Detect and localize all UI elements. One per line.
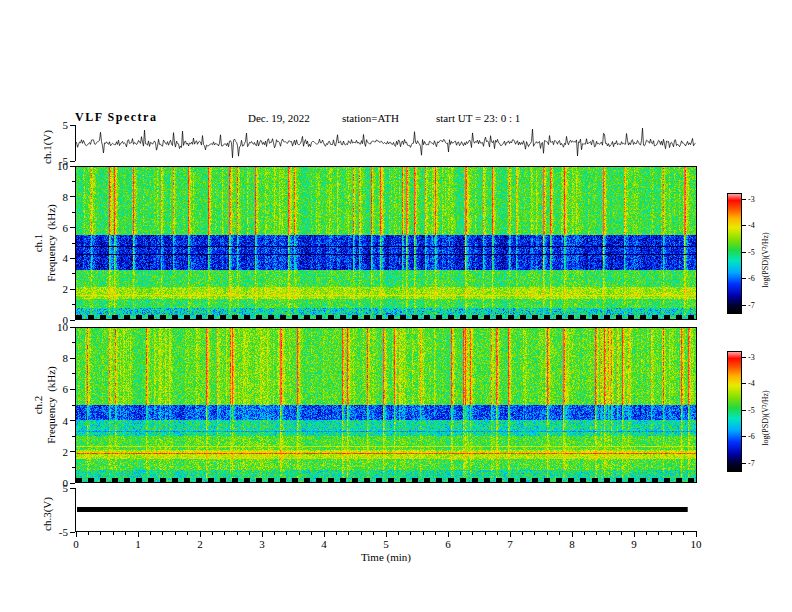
- ch1-spec-y-tick: [70, 289, 75, 290]
- ch1-wave-y-tick-label: 5: [44, 119, 68, 131]
- colorbar-ch1: [727, 193, 742, 314]
- ch2-spectrogram-panel: [75, 327, 697, 483]
- x-axis-minor-tick: [460, 532, 461, 535]
- x-axis-minor-tick: [274, 532, 275, 535]
- x-axis-tick-label: 10: [686, 538, 706, 550]
- colorbar-ch1-tick-label: -4: [748, 221, 755, 230]
- x-axis-minor-tick: [621, 532, 622, 535]
- x-axis-minor-tick: [609, 532, 610, 535]
- x-axis-tick-label: 9: [624, 538, 644, 550]
- colorbar-ch2-tick: [742, 410, 746, 411]
- colorbar-ch1-tick-label: -6: [748, 274, 755, 283]
- figure-date: Dec. 19, 2022: [248, 112, 310, 124]
- x-axis-minor-tick: [410, 532, 411, 535]
- x-axis-minor-tick: [522, 532, 523, 535]
- x-axis-minor-tick: [336, 532, 337, 535]
- ch1-spectrogram-panel: [75, 166, 697, 320]
- colorbar-ch2-tick: [742, 357, 746, 358]
- ch2-spec-y-minor-tick: [72, 373, 75, 374]
- x-axis-minor-tick: [175, 532, 176, 535]
- x-axis-major-tick: [386, 532, 387, 537]
- x-axis-minor-tick: [150, 532, 151, 535]
- ch2-spec-y-tick-label: 4: [44, 415, 68, 427]
- ch2-spectrogram-canvas: [76, 328, 696, 482]
- x-axis-minor-tick: [88, 532, 89, 535]
- figure-station: station=ATH: [342, 112, 399, 124]
- ch2-spec-y-tick: [70, 389, 75, 390]
- ch1-spec-y-tick-label: 10: [44, 160, 68, 172]
- ch1-spec-y-minor-tick: [72, 181, 75, 182]
- x-axis-minor-tick: [311, 532, 312, 535]
- ch1-spectrogram-canvas: [76, 167, 696, 319]
- x-axis-major-tick: [572, 532, 573, 537]
- ch1-waveform-canvas: [76, 125, 696, 161]
- x-axis-minor-tick: [162, 532, 163, 535]
- ch1-spec-y-minor-tick: [72, 304, 75, 305]
- x-axis-minor-tick: [584, 532, 585, 535]
- ch2-spec-y-tick: [70, 327, 75, 328]
- ch1-wave-y-tick: [70, 161, 75, 162]
- x-axis-major-tick: [510, 532, 511, 537]
- x-axis-tick-label: 3: [252, 538, 272, 550]
- x-axis-minor-tick: [212, 532, 213, 535]
- ch2-spec-y-tick-label: 8: [44, 352, 68, 364]
- ch2-spec-y-tick-label: 10: [44, 321, 68, 333]
- colorbar-ch1-tick-label: -7: [748, 301, 755, 310]
- x-axis-minor-tick: [125, 532, 126, 535]
- x-axis-major-tick: [262, 532, 263, 537]
- colorbar-ch2-tick-label: -5: [748, 406, 755, 415]
- x-axis-major-tick: [634, 532, 635, 537]
- x-axis-minor-tick: [485, 532, 486, 535]
- x-axis-minor-tick: [534, 532, 535, 535]
- ch1-wave-y-tick: [70, 125, 75, 126]
- colorbar-ch1-canvas: [728, 194, 741, 313]
- ch3-wave-y-tick-label: -5: [44, 526, 68, 538]
- colorbar-ch1-tick: [742, 225, 746, 226]
- x-axis-minor-tick: [559, 532, 560, 535]
- vlf-spectra-figure: VLF Spectra Dec. 19, 2022 station=ATH st…: [0, 0, 792, 612]
- colorbar-ch1-tick: [742, 252, 746, 253]
- x-axis-tick-label: 8: [562, 538, 582, 550]
- ch1-spec-y-minor-tick: [72, 243, 75, 244]
- ch2-spec-y-minor-tick: [72, 467, 75, 468]
- colorbar-ch2-tick-label: -6: [748, 432, 755, 441]
- ch1-spec-y-tick-label: 8: [44, 191, 68, 203]
- x-axis-minor-tick: [646, 532, 647, 535]
- colorbar-ch2-tick-label: -7: [748, 459, 755, 468]
- x-axis-tick-label: 7: [500, 538, 520, 550]
- x-axis-minor-tick: [224, 532, 225, 535]
- figure-title: VLF Spectra: [75, 110, 157, 125]
- ch1-spec-y-tick-label: 6: [44, 222, 68, 234]
- x-axis-major-tick: [200, 532, 201, 537]
- ch1-spec-y-minor-tick: [72, 212, 75, 213]
- ch3-waveform-panel: [75, 488, 697, 532]
- x-axis-major-tick: [76, 532, 77, 537]
- x-axis-minor-tick: [113, 532, 114, 535]
- ch2-spec-y-minor-tick: [72, 405, 75, 406]
- ch2-spec-y-tick: [70, 451, 75, 452]
- colorbar-ch2-tick: [742, 383, 746, 384]
- x-axis-minor-tick: [373, 532, 374, 535]
- x-axis-minor-tick: [299, 532, 300, 535]
- colorbar-ch2-tick: [742, 436, 746, 437]
- x-axis-minor-tick: [187, 532, 188, 535]
- colorbar-ch1-tick: [742, 305, 746, 306]
- x-axis-tick-label: 2: [190, 538, 210, 550]
- ch1-spec-y-tick: [70, 320, 75, 321]
- figure-start-ut: start UT = 23: 0 : 1: [436, 112, 520, 124]
- ch1-spec-y-axis-label-text: ch.1 Frequency (kHz): [32, 204, 57, 282]
- x-axis-tick-label: 1: [128, 538, 148, 550]
- ch1-spec-y-tick: [70, 166, 75, 167]
- x-axis-major-tick: [324, 532, 325, 537]
- colorbar-ch2-tick: [742, 463, 746, 464]
- ch2-spec-y-tick: [70, 420, 75, 421]
- colorbar-ch2-tick-label: -3: [748, 353, 755, 362]
- x-axis-major-tick: [138, 532, 139, 537]
- x-axis-label: Time (min): [286, 551, 486, 563]
- ch2-spec-y-tick: [70, 483, 75, 484]
- x-axis-tick-label: 5: [376, 538, 396, 550]
- ch1-spec-y-tick: [70, 227, 75, 228]
- ch1-spec-y-tick: [70, 258, 75, 259]
- ch1-spec-y-tick: [70, 196, 75, 197]
- ch3-wave-y-tick: [70, 488, 75, 489]
